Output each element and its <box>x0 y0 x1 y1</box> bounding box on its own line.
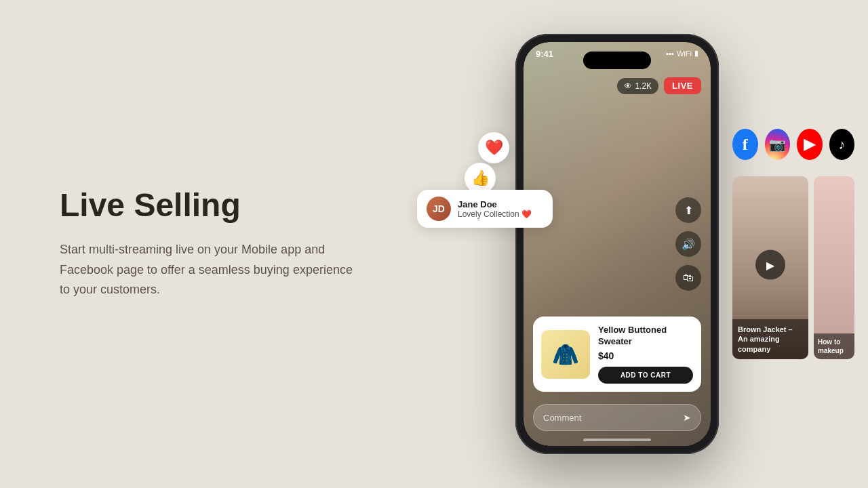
video-thumbnails-row: ▶ Brown Jacket – An amazing company How … <box>732 176 854 359</box>
ig-symbol: 📷 <box>769 136 786 152</box>
phone-shell: 9:41 ▪▪▪ WiFi ▮ 👁 1.2K LIVE <box>515 34 719 454</box>
yt-symbol: ▶ <box>804 136 815 153</box>
phone-section: 9:41 ▪▪▪ WiFi ▮ 👁 1.2K LIVE <box>366 34 868 454</box>
action-buttons: ⬆ 🔊 🛍 <box>675 197 701 291</box>
share-button[interactable]: ⬆ <box>675 197 701 223</box>
heart-emoji: ❤️ <box>485 139 503 157</box>
eye-icon: 👁 <box>624 81 632 91</box>
tiktok-icon[interactable]: ♪ <box>829 129 855 160</box>
commenter-avatar: JD <box>427 197 451 221</box>
avatar-initials: JD <box>433 203 445 214</box>
comment-bar[interactable]: Comment ➤ <box>533 404 701 431</box>
home-indicator <box>583 439 651 441</box>
phone-dynamic-island <box>583 52 651 69</box>
video-bg-2 <box>814 176 854 359</box>
signal-icon: ▪▪▪ <box>666 49 674 58</box>
fb-letter: f <box>743 136 748 154</box>
product-name: Yellow Buttoned Sweater <box>598 325 693 348</box>
product-price: $40 <box>598 350 693 361</box>
video-caption-2: How to makeup <box>814 333 854 359</box>
youtube-icon[interactable]: ▶ <box>797 129 823 160</box>
tt-symbol: ♪ <box>838 137 845 152</box>
phone-screen: 9:41 ▪▪▪ WiFi ▮ 👁 1.2K LIVE <box>524 42 711 446</box>
social-icons-row: f 📷 ▶ ♪ <box>732 129 854 160</box>
instagram-icon[interactable]: 📷 <box>765 129 791 160</box>
comment-bubble: JD Jane Doe Lovely Collection ❤️ <box>417 190 553 228</box>
status-icons: ▪▪▪ WiFi ▮ <box>666 49 698 58</box>
video-title-2: How to makeup <box>818 338 844 354</box>
left-content: Live Selling Start multi-streaming live … <box>0 188 366 300</box>
status-time: 9:41 <box>536 49 553 59</box>
product-info: Yellow Buttoned Sweater $40 ADD TO CART <box>598 325 693 384</box>
cart-button[interactable]: 🛍 <box>675 265 701 291</box>
send-icon[interactable]: ➤ <box>683 412 691 423</box>
right-section: f 📷 ▶ ♪ ▶ Brown Jacket – An amazing comp… <box>719 34 868 454</box>
video-caption-1: Brown Jacket – An amazing company <box>732 319 808 359</box>
comment-placeholder: Comment <box>543 413 683 423</box>
product-card: 🧥 Yellow Buttoned Sweater $40 ADD TO CAR… <box>533 317 701 392</box>
top-bar: 👁 1.2K LIVE <box>617 77 701 94</box>
battery-icon: ▮ <box>694 49 698 58</box>
video-thumbnail-1[interactable]: ▶ Brown Jacket – An amazing company <box>732 176 808 359</box>
thumb-emoji: 👍 <box>471 169 490 187</box>
page-headline: Live Selling <box>60 188 366 224</box>
video-title-1: Brown Jacket – An amazing company <box>738 325 793 353</box>
product-thumbnail: 🧥 <box>541 330 590 379</box>
page-subtitle: Start multi-streaming live on your Mobil… <box>60 240 365 300</box>
phone-mockup: 9:41 ▪▪▪ WiFi ▮ 👁 1.2K LIVE <box>515 34 719 454</box>
commenter-name: Jane Doe <box>458 199 543 209</box>
comment-message: Lovely Collection ❤️ <box>458 209 543 219</box>
comment-text-block: Jane Doe Lovely Collection ❤️ <box>458 199 543 219</box>
volume-button[interactable]: 🔊 <box>675 231 701 257</box>
add-to-cart-button[interactable]: ADD TO CART <box>598 367 693 384</box>
live-badge: LIVE <box>664 77 701 94</box>
facebook-icon[interactable]: f <box>732 129 758 160</box>
viewer-count: 👁 1.2K <box>617 78 658 94</box>
viewer-number: 1.2K <box>635 81 652 91</box>
wifi-icon: WiFi <box>677 49 692 58</box>
play-button-1[interactable]: ▶ <box>755 250 785 280</box>
video-thumbnail-2[interactable]: How to makeup <box>814 176 854 359</box>
heart-reaction: ❤️ <box>478 132 509 163</box>
